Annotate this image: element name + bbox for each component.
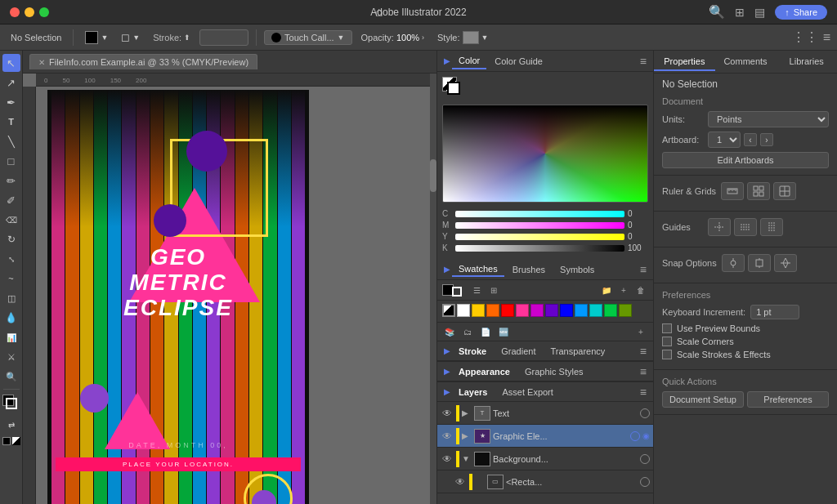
swatch-yellow[interactable]	[472, 304, 485, 317]
rect-tool[interactable]: □	[2, 152, 20, 170]
cyan-slider[interactable]	[455, 211, 624, 217]
chart-tool[interactable]: 📊	[2, 328, 20, 346]
use-preview-bounds-checkbox[interactable]	[662, 323, 672, 333]
minimize-button[interactable]	[25, 7, 34, 17]
gradient-icon[interactable]	[12, 437, 20, 445]
pencil-tool[interactable]: ✐	[2, 191, 20, 209]
search-icon[interactable]: 🔍	[709, 4, 725, 20]
stroke-value-input[interactable]	[199, 29, 248, 46]
layers-menu[interactable]: ≡	[640, 386, 647, 399]
close-button[interactable]	[10, 7, 20, 17]
fill-color[interactable]: ▼	[81, 29, 112, 46]
grid-view-btn[interactable]: ⊞	[486, 283, 501, 297]
tab-color[interactable]: Color	[452, 53, 486, 69]
swatch-magenta[interactable]	[530, 304, 544, 317]
artboard-prev-btn[interactable]: ‹	[744, 133, 757, 146]
guide-icon-1[interactable]	[708, 218, 731, 236]
document-setup-btn[interactable]: Document Setup	[662, 391, 744, 408]
layer-row-text[interactable]: 👁 ▶ T Text	[437, 402, 653, 425]
tab-asset-export[interactable]: Asset Export	[495, 386, 559, 399]
guide-icon-3[interactable]	[760, 218, 783, 236]
layer-expand-background[interactable]: ▼	[462, 454, 472, 463]
grid-icon-btn[interactable]	[747, 182, 770, 200]
layer-row-rect[interactable]: 👁 ▭ <Recta...	[437, 471, 653, 493]
color-panel-menu[interactable]: ≡	[640, 55, 647, 68]
canvas-tab[interactable]: ✕ FileInfo.com Example.ai @ 33 % (CMYK/P…	[29, 54, 257, 69]
tab-stroke[interactable]: Stroke	[452, 345, 493, 358]
tab-transparency[interactable]: Transparency	[544, 345, 611, 358]
scroll-thumb[interactable]	[430, 159, 436, 192]
swatch-plus-btn[interactable]: +	[633, 325, 648, 338]
swatch-cyan[interactable]	[589, 304, 602, 317]
swatch-blue[interactable]	[560, 304, 573, 317]
tab-gradient[interactable]: Gradient	[495, 345, 542, 358]
scale-strokes-checkbox[interactable]	[662, 350, 672, 359]
warp-tool[interactable]: ~	[2, 270, 20, 288]
tab-symbols[interactable]: Symbols	[553, 263, 601, 276]
tab-color-guide[interactable]: Color Guide	[488, 54, 549, 69]
layer-target-text[interactable]	[640, 408, 650, 418]
swatch-stroke[interactable]	[452, 287, 462, 297]
stroke-up-icon[interactable]: ⬆	[184, 33, 190, 42]
layer-eye-graphic[interactable]: 👁	[441, 430, 454, 442]
layer-row-graphic[interactable]: 👁 ▶ ★ Graphic Ele... ◉	[437, 425, 653, 448]
fill-stroke-overlay[interactable]	[442, 77, 465, 100]
yellow-slider[interactable]	[455, 234, 624, 240]
slice-tool[interactable]: ⚔	[2, 348, 20, 366]
swatch-olive[interactable]	[619, 304, 632, 317]
eyedropper-tool[interactable]: 💧	[2, 309, 20, 327]
swatch-lib-btn[interactable]: 📚	[442, 325, 457, 338]
swatches-menu[interactable]: ≡	[640, 263, 647, 276]
swatch-orange[interactable]	[486, 304, 499, 317]
apps-icon[interactable]: ⊞	[735, 6, 745, 19]
swatch-delete-btn[interactable]: 🗑	[633, 283, 648, 297]
swap-icon[interactable]: ⇄	[2, 416, 20, 434]
gradient-tool[interactable]: ◫	[2, 289, 20, 307]
swatch-red[interactable]	[501, 304, 514, 317]
units-select[interactable]: Points	[708, 111, 829, 127]
vertical-scrollbar[interactable]	[430, 74, 436, 504]
layer-target-background[interactable]	[640, 454, 650, 464]
layer-expand-graphic[interactable]: ▶	[462, 431, 472, 440]
pen-tool[interactable]: ✒	[2, 93, 20, 111]
style-swatch[interactable]	[463, 31, 479, 44]
swatch-pink[interactable]	[516, 304, 529, 317]
magenta-slider[interactable]	[455, 222, 624, 229]
swatch-add-btn[interactable]: +	[616, 283, 631, 297]
opacity-chevron[interactable]: ›	[422, 33, 424, 42]
fullscreen-button[interactable]	[39, 7, 49, 17]
color-icon[interactable]	[2, 437, 11, 445]
layer-target-rect[interactable]	[640, 477, 650, 487]
touch-callout-button[interactable]: Touch Call... ▼	[264, 30, 351, 45]
layer-expand-text[interactable]: ▶	[462, 408, 472, 417]
layer-eye-background[interactable]: 👁	[441, 453, 454, 465]
arrange-icon[interactable]: ⋮⋮	[792, 29, 818, 45]
type-tool[interactable]: T	[2, 113, 20, 131]
tab-libraries[interactable]: Libraries	[776, 53, 837, 71]
edit-artboards-btn[interactable]: Edit Artboards	[662, 152, 829, 168]
swatch-purple[interactable]	[545, 304, 558, 317]
snap-icon-2[interactable]	[748, 254, 771, 272]
stroke-menu[interactable]: ≡	[640, 345, 647, 358]
tab-layers[interactable]: Layers	[452, 386, 494, 399]
layer-eye-rect[interactable]: 👁	[454, 476, 467, 488]
swatch-lightblue[interactable]	[575, 304, 588, 317]
snap-icon-1[interactable]	[722, 254, 745, 272]
guide-icon-2[interactable]	[734, 218, 757, 236]
swatch-new-doc[interactable]: 🆕	[496, 325, 511, 338]
select-tool[interactable]: ↖	[2, 54, 20, 72]
color-gradient-picker[interactable]	[442, 105, 648, 203]
scale-corners-checkbox[interactable]	[662, 337, 672, 346]
layer-eye-text[interactable]: 👁	[441, 408, 454, 419]
snap-icon-3[interactable]	[774, 254, 797, 272]
appearance-menu[interactable]: ≡	[640, 365, 647, 378]
line-tool[interactable]: ╲	[2, 132, 20, 150]
swatch-groups-btn[interactable]: 📁	[599, 283, 614, 297]
paintbrush-tool[interactable]: ✏	[2, 172, 20, 190]
keyboard-increment-input[interactable]	[750, 305, 799, 319]
list-view-btn[interactable]: ☰	[469, 283, 484, 297]
swatch-green[interactable]	[604, 304, 617, 317]
preferences-btn[interactable]: Preferences	[747, 391, 829, 408]
tab-appearance[interactable]: Appearance	[452, 365, 517, 378]
black-slider[interactable]	[455, 245, 624, 252]
